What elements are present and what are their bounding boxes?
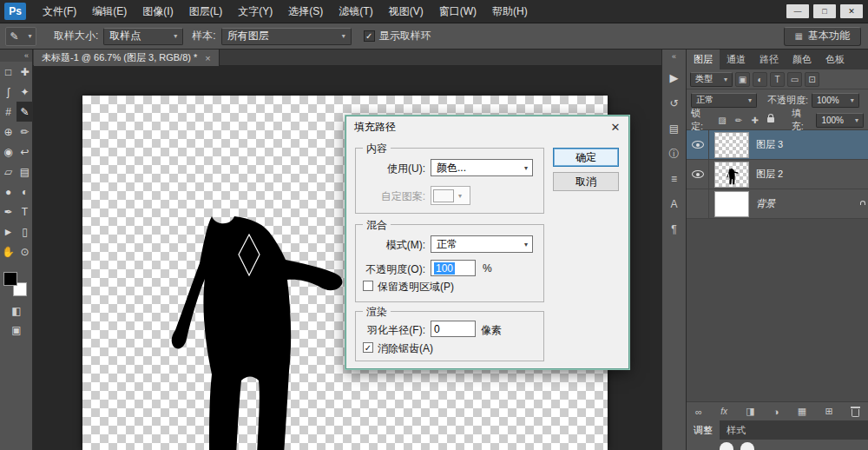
minimize-button[interactable]: — — [786, 4, 809, 18]
adjustment-icon[interactable] — [740, 442, 754, 450]
menu-filter[interactable]: 滤镜(T) — [331, 0, 380, 23]
layer-thumbnail[interactable] — [714, 162, 749, 188]
sample-size-dropdown[interactable]: 取样点 ▾ — [103, 28, 183, 45]
layer-thumbnail[interactable] — [714, 191, 749, 217]
filter-kind-dropdown[interactable]: 类型 ▾ — [690, 72, 733, 87]
gradient-tool[interactable]: ▤ — [16, 162, 33, 182]
info-icon[interactable]: ⓘ — [665, 144, 684, 163]
tab-paths[interactable]: 路径 — [753, 50, 786, 69]
show-sampling-ring-checkbox[interactable]: ✓ — [364, 30, 375, 42]
layer-thumbnail[interactable] — [714, 132, 749, 158]
close-button[interactable]: ✕ — [840, 4, 863, 18]
layer-row-3[interactable]: 图层 3 — [687, 130, 868, 160]
link-layers-icon[interactable]: ∞ — [695, 407, 702, 417]
tab-color[interactable]: 颜色 — [786, 50, 819, 69]
history-icon[interactable]: ↺ — [665, 94, 684, 113]
document-tab[interactable]: 未标题-1 @ 66.7% (图层 3, RGB/8) * × — [34, 50, 220, 66]
layer-opacity-dropdown[interactable]: 100% ▾ — [812, 93, 859, 108]
menu-view[interactable]: 视图(V) — [381, 0, 431, 23]
fill-dropdown[interactable]: 100% ▾ — [816, 113, 864, 128]
ok-button[interactable]: 确定 — [553, 148, 619, 167]
eraser-tool[interactable]: ▱ — [0, 162, 16, 182]
path-selection-tool[interactable]: ► — [0, 222, 16, 242]
sample-dropdown[interactable]: 所有图层 ▾ — [221, 28, 352, 45]
delete-layer-icon[interactable] — [852, 407, 859, 417]
filter-smart-object-icon[interactable]: ⊡ — [805, 72, 819, 87]
history-brush-tool[interactable]: ↩ — [16, 142, 33, 162]
tools-collapse-button[interactable]: « — [0, 50, 32, 62]
crop-tool[interactable]: # — [0, 102, 16, 122]
tab-adjustments[interactable]: 调整 — [687, 420, 720, 440]
actions-icon[interactable]: ≡ — [665, 169, 684, 189]
foreground-color-swatch[interactable] — [3, 272, 17, 286]
character-icon[interactable]: A — [665, 195, 684, 214]
marquee-tool[interactable]: □ — [0, 62, 16, 82]
zoom-tool[interactable]: ⊙ — [16, 242, 33, 261]
quick-mask-button[interactable]: ◧ — [0, 301, 33, 321]
lock-position-icon[interactable]: ✚ — [748, 113, 761, 127]
preserve-transparency-checkbox[interactable] — [363, 281, 373, 291]
antialias-checkbox[interactable]: ✓ — [363, 342, 373, 353]
layer-style-icon[interactable]: fx — [720, 407, 727, 416]
mode-select[interactable]: 正常 ▾ — [431, 235, 533, 253]
dialog-close-button[interactable]: ✕ — [602, 116, 628, 137]
opacity-input[interactable]: 100 — [431, 260, 476, 276]
menu-select[interactable]: 选择(S) — [280, 0, 331, 23]
screen-mode-button[interactable]: ▣ — [0, 321, 33, 340]
lock-all-icon[interactable] — [765, 113, 778, 127]
adjustment-icon[interactable] — [720, 442, 733, 450]
visibility-toggle[interactable] — [687, 160, 709, 189]
brush-tool[interactable]: ✏ — [16, 122, 33, 142]
play-panel-icon[interactable]: ▶ — [670, 71, 679, 84]
menu-layer[interactable]: 图层(L) — [181, 0, 231, 23]
visibility-toggle[interactable] — [687, 189, 709, 218]
layer-mask-icon[interactable]: ◨ — [746, 406, 754, 417]
filter-shape-icon[interactable]: ▭ — [787, 72, 802, 87]
tab-layers[interactable]: 图层 — [687, 50, 720, 69]
custom-pattern-picker[interactable]: ▾ — [431, 186, 470, 205]
lasso-tool[interactable]: ʃ — [0, 82, 16, 102]
maximize-button[interactable]: □ — [813, 4, 836, 18]
menu-help[interactable]: 帮助(H) — [484, 0, 536, 23]
active-tool-preview[interactable]: ✎ ▾ — [5, 27, 36, 46]
dodge-tool[interactable]: ◐ — [16, 182, 33, 202]
new-layer-icon[interactable]: ⊞ — [825, 406, 833, 417]
filter-pixel-icon[interactable]: ▣ — [735, 72, 750, 87]
menu-edit[interactable]: 编辑(E) — [84, 0, 135, 23]
tab-styles[interactable]: 样式 — [720, 420, 753, 440]
lock-transparent-icon[interactable]: ▨ — [716, 113, 729, 127]
visibility-toggle[interactable] — [687, 130, 709, 159]
tab-channels[interactable]: 通道 — [720, 50, 753, 69]
pen-tool[interactable]: ✒ — [0, 202, 16, 222]
filter-adjustment-icon[interactable]: ◐ — [753, 72, 767, 87]
layer-group-icon[interactable]: ▦ — [798, 406, 806, 417]
layer-row-background[interactable]: 背景 — [687, 189, 868, 219]
menu-file[interactable]: 文件(F) — [35, 0, 84, 23]
workspace-switcher-button[interactable]: ▦ 基本功能 — [784, 27, 861, 46]
cancel-button[interactable]: 取消 — [553, 172, 619, 191]
swatches-icon[interactable]: ▤ — [665, 119, 684, 138]
shape-tool[interactable]: ▯ — [16, 222, 33, 242]
menu-window[interactable]: 窗口(W) — [431, 0, 484, 23]
layer-row-2[interactable]: 图层 2 — [687, 160, 868, 189]
quick-selection-tool[interactable]: ✦ — [16, 82, 33, 102]
move-tool[interactable]: ✚ — [16, 62, 33, 82]
tab-close-icon[interactable]: × — [205, 53, 210, 63]
spot-healing-tool[interactable]: ⊕ — [0, 122, 16, 142]
eyedropper-tool[interactable]: ✎ — [16, 102, 33, 122]
clone-stamp-tool[interactable]: ◉ — [0, 142, 16, 162]
menu-type[interactable]: 文字(Y) — [230, 0, 280, 23]
type-tool[interactable]: T — [16, 202, 33, 222]
use-select[interactable]: 颜色... ▾ — [431, 159, 533, 176]
blend-mode-dropdown[interactable]: 正常 ▾ — [691, 93, 757, 108]
filter-type-icon[interactable]: T — [770, 72, 785, 87]
tab-swatches[interactable]: 色板 — [819, 50, 852, 69]
lock-pixels-icon[interactable]: ✏ — [732, 113, 745, 127]
menu-image[interactable]: 图像(I) — [135, 0, 181, 23]
blur-tool[interactable]: ● — [0, 182, 16, 202]
hand-tool[interactable]: ✋ — [0, 242, 16, 261]
paragraph-icon[interactable]: ¶ — [665, 220, 684, 239]
feather-input[interactable]: 0 — [431, 321, 476, 337]
expand-panels-button[interactable]: « — [672, 52, 676, 64]
new-adjustment-icon[interactable]: ◑ — [773, 407, 779, 417]
